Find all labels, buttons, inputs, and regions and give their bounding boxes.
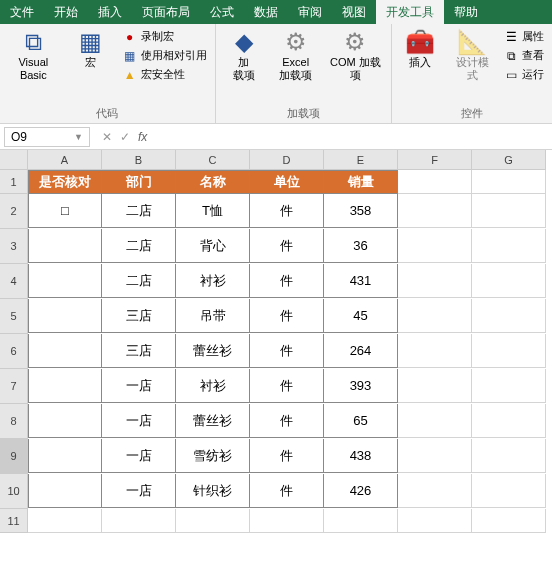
tab-help[interactable]: 帮助 — [444, 0, 488, 24]
cell[interactable] — [472, 334, 546, 368]
tab-home[interactable]: 开始 — [44, 0, 88, 24]
com-addins-button[interactable]: ⚙ COM 加载项 — [326, 28, 385, 84]
design-mode-button[interactable]: 📐 设计模式 — [450, 28, 494, 84]
cell[interactable] — [28, 474, 102, 508]
cell[interactable]: 件 — [250, 229, 324, 263]
cell[interactable] — [28, 264, 102, 298]
row-header[interactable]: 3 — [0, 229, 28, 264]
cell[interactable] — [28, 404, 102, 438]
cell[interactable] — [398, 334, 472, 368]
cell[interactable]: 431 — [324, 264, 398, 298]
cell[interactable] — [324, 509, 398, 533]
cell[interactable] — [472, 509, 546, 533]
row-header[interactable]: 1 — [0, 170, 28, 194]
select-all-corner[interactable] — [0, 150, 28, 170]
visual-basic-button[interactable]: ⧉ Visual Basic — [6, 28, 61, 84]
cell[interactable]: 件 — [250, 264, 324, 298]
cell[interactable]: 45 — [324, 299, 398, 333]
cell[interactable] — [28, 334, 102, 368]
cell[interactable] — [28, 299, 102, 333]
cell[interactable]: 吊带 — [176, 299, 250, 333]
tab-insert[interactable]: 插入 — [88, 0, 132, 24]
cell[interactable]: T恤 — [176, 194, 250, 228]
tab-layout[interactable]: 页面布局 — [132, 0, 200, 24]
cell[interactable]: 一店 — [102, 439, 176, 473]
cell[interactable]: 65 — [324, 404, 398, 438]
excel-addins-button[interactable]: ⚙ Excel 加载项 — [274, 28, 318, 84]
tab-review[interactable]: 审阅 — [288, 0, 332, 24]
header-cell[interactable]: 单位 — [250, 170, 324, 194]
tab-file[interactable]: 文件 — [0, 0, 44, 24]
row-header[interactable]: 10 — [0, 474, 28, 509]
cell[interactable]: 蕾丝衫 — [176, 334, 250, 368]
cell[interactable] — [250, 509, 324, 533]
cell[interactable]: 衬衫 — [176, 369, 250, 403]
cell[interactable]: 针织衫 — [176, 474, 250, 508]
cell[interactable]: 393 — [324, 369, 398, 403]
addins-button[interactable]: ◆ 加 载项 — [222, 28, 266, 84]
col-header-F[interactable]: F — [398, 150, 472, 170]
cell[interactable]: 一店 — [102, 474, 176, 508]
col-header-E[interactable]: E — [324, 150, 398, 170]
macro-security-button[interactable]: ▲宏安全性 — [121, 66, 209, 83]
cell[interactable] — [472, 404, 546, 438]
row-header[interactable]: 8 — [0, 404, 28, 439]
cell[interactable] — [398, 474, 472, 508]
tab-formula[interactable]: 公式 — [200, 0, 244, 24]
properties-button[interactable]: ☰属性 — [502, 28, 546, 45]
row-header[interactable]: 7 — [0, 369, 28, 404]
cell[interactable]: 衬衫 — [176, 264, 250, 298]
cell[interactable] — [398, 264, 472, 298]
macro-button[interactable]: ▦ 宏 — [69, 28, 113, 71]
cell[interactable]: 二店 — [102, 194, 176, 228]
cell[interactable]: 36 — [324, 229, 398, 263]
row-header[interactable]: 5 — [0, 299, 28, 334]
name-box[interactable]: O9▼ — [4, 127, 90, 147]
header-cell[interactable]: 部门 — [102, 170, 176, 194]
header-cell[interactable]: 销量 — [324, 170, 398, 194]
cell[interactable] — [398, 194, 472, 228]
cell[interactable]: 件 — [250, 299, 324, 333]
cell[interactable]: 一店 — [102, 404, 176, 438]
cell[interactable]: 264 — [324, 334, 398, 368]
tab-data[interactable]: 数据 — [244, 0, 288, 24]
cell[interactable]: 雪纺衫 — [176, 439, 250, 473]
cell[interactable] — [398, 439, 472, 473]
cell[interactable] — [398, 229, 472, 263]
cell[interactable]: 件 — [250, 439, 324, 473]
relative-ref-button[interactable]: ▦使用相对引用 — [121, 47, 209, 64]
cell[interactable]: 件 — [250, 334, 324, 368]
cell[interactable] — [472, 194, 546, 228]
cell[interactable] — [176, 509, 250, 533]
insert-control-button[interactable]: 🧰 插入 — [398, 28, 442, 71]
col-header-G[interactable]: G — [472, 150, 546, 170]
row-header[interactable]: 6 — [0, 334, 28, 369]
cell[interactable] — [398, 404, 472, 438]
cell[interactable] — [28, 229, 102, 263]
cell[interactable]: 件 — [250, 194, 324, 228]
cell[interactable]: 三店 — [102, 299, 176, 333]
run-dialog-button[interactable]: ▭运行 — [502, 66, 546, 83]
cell[interactable] — [398, 369, 472, 403]
cell[interactable] — [398, 299, 472, 333]
row-header[interactable]: 9 — [0, 439, 28, 474]
cell[interactable]: 件 — [250, 404, 324, 438]
row-header[interactable]: 4 — [0, 264, 28, 299]
formula-bar[interactable] — [155, 135, 552, 139]
cell[interactable] — [472, 229, 546, 263]
cell[interactable]: 一店 — [102, 369, 176, 403]
row-header[interactable]: 2 — [0, 194, 28, 229]
tab-view[interactable]: 视图 — [332, 0, 376, 24]
enter-icon[interactable]: ✓ — [120, 130, 130, 144]
cell[interactable]: 背心 — [176, 229, 250, 263]
cell[interactable]: 426 — [324, 474, 398, 508]
cell[interactable]: □ — [28, 194, 102, 228]
cell[interactable] — [28, 509, 102, 533]
header-cell[interactable]: 名称 — [176, 170, 250, 194]
cell[interactable]: 二店 — [102, 264, 176, 298]
cell[interactable] — [472, 264, 546, 298]
fx-icon[interactable]: fx — [138, 130, 147, 144]
cell[interactable] — [28, 369, 102, 403]
view-code-button[interactable]: ⧉查看 — [502, 47, 546, 64]
cell[interactable] — [472, 439, 546, 473]
